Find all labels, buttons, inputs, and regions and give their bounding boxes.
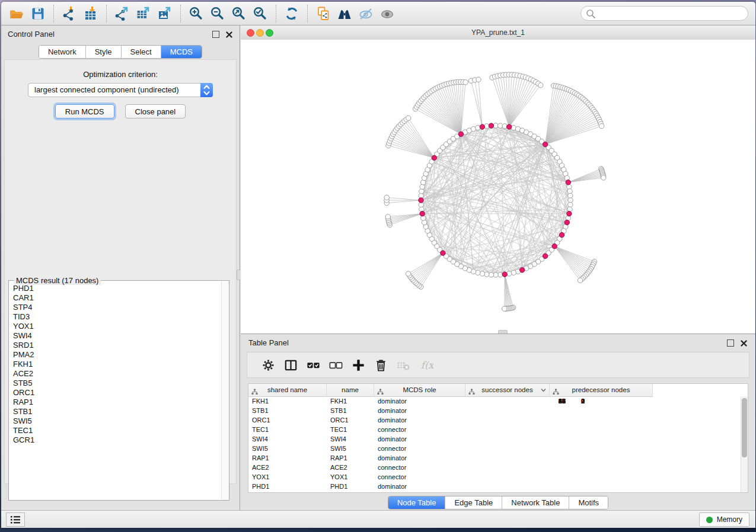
tab-network-table[interactable]: Network Table bbox=[502, 496, 569, 509]
export-table-button[interactable] bbox=[133, 4, 154, 23]
search-input[interactable] bbox=[599, 7, 744, 21]
table-cell: TEC1 bbox=[327, 425, 374, 434]
table-cell: ORC1 bbox=[248, 415, 327, 425]
table-toolbar: f(x) bbox=[247, 352, 749, 378]
mcds-result-item[interactable]: ACE2 bbox=[13, 369, 221, 379]
mcds-result-item[interactable]: ORC1 bbox=[13, 388, 221, 398]
delete-table-icon bbox=[396, 358, 411, 373]
network-graph[interactable] bbox=[241, 40, 755, 334]
select-all-icon bbox=[306, 358, 321, 373]
close-panel-icon[interactable] bbox=[741, 340, 747, 347]
memory-status-dot bbox=[706, 517, 713, 523]
refresh-button[interactable] bbox=[281, 4, 302, 23]
table-cell: connector bbox=[374, 425, 465, 434]
mcds-result-item[interactable]: TEC1 bbox=[13, 426, 221, 435]
import-table-button[interactable] bbox=[80, 4, 101, 23]
table-scrollbar[interactable] bbox=[741, 396, 748, 492]
eye-slash-button[interactable] bbox=[355, 4, 377, 23]
columns-icon bbox=[283, 358, 298, 373]
float-panel-icon[interactable] bbox=[727, 339, 734, 347]
mcds-result-item[interactable]: GCR1 bbox=[13, 435, 221, 445]
table-row[interactable]: PHD1PHD1dominator180 bbox=[248, 482, 741, 491]
mcds-list-scrollbar[interactable] bbox=[221, 281, 229, 499]
table-cell: connector bbox=[374, 472, 465, 482]
mcds-result-item[interactable]: SWI4 bbox=[13, 331, 221, 341]
network-canvas[interactable] bbox=[241, 40, 755, 334]
toolbar-separator bbox=[180, 5, 181, 23]
zoom-selected-button[interactable] bbox=[250, 4, 271, 23]
tab-network[interactable]: Network bbox=[39, 46, 86, 58]
control-panel: Control Panel NetworkStyleSelectMCDS Opt… bbox=[1, 25, 240, 511]
zoom-in-icon bbox=[189, 6, 204, 21]
memory-button[interactable]: Memory bbox=[699, 512, 749, 527]
table-scrollbar-thumb[interactable] bbox=[742, 398, 747, 457]
export-image-button[interactable] bbox=[154, 4, 176, 23]
delete-button[interactable] bbox=[369, 358, 392, 373]
export-network-icon bbox=[114, 6, 130, 21]
mcds-result-item[interactable]: YOX1 bbox=[13, 322, 221, 331]
column-header-predecessor-nodes[interactable]: predecessor nodes bbox=[550, 384, 653, 396]
column-header-successor-nodes[interactable]: successor nodes bbox=[465, 384, 550, 396]
zoom-out-button[interactable] bbox=[207, 4, 228, 23]
close-panel-button[interactable]: Close panel bbox=[125, 104, 186, 118]
close-panel-icon[interactable] bbox=[226, 31, 232, 38]
mcds-result-list[interactable]: PHD1CAR1STP4TID3YOX1SWI4SRD1PMA2FKH1ACE2… bbox=[9, 284, 221, 499]
table-cell: RAP1 bbox=[327, 453, 374, 463]
deselect-all-button[interactable] bbox=[324, 358, 347, 373]
add-button[interactable] bbox=[347, 358, 369, 373]
column-header-name[interactable]: name bbox=[327, 384, 374, 396]
export-network-button[interactable] bbox=[111, 4, 133, 23]
mcds-result-item[interactable]: RAP1 bbox=[13, 398, 221, 407]
tab-node-table[interactable]: Node Table bbox=[388, 496, 446, 509]
table-cell: dominator bbox=[374, 453, 465, 463]
binoculars-button[interactable] bbox=[334, 4, 355, 23]
import-network-icon bbox=[62, 6, 77, 21]
tab-style[interactable]: Style bbox=[86, 46, 122, 58]
network-window-titlebar[interactable]: YPA_prune.txt_1 bbox=[241, 25, 755, 40]
eye-button[interactable] bbox=[377, 4, 398, 23]
mcds-result-item[interactable]: PMA2 bbox=[13, 350, 221, 360]
clone-network-icon bbox=[315, 6, 331, 21]
toolbar-separator bbox=[106, 5, 107, 23]
clone-network-button[interactable] bbox=[312, 4, 334, 23]
run-mcds-button[interactable]: Run MCDS bbox=[55, 104, 114, 118]
tab-select[interactable]: Select bbox=[122, 46, 161, 58]
mcds-result-item[interactable]: TID3 bbox=[13, 312, 221, 322]
table-body: FKH1FKH1dominator962STB1STB1dominator620… bbox=[248, 396, 741, 492]
mcds-result-item[interactable]: SWI5 bbox=[13, 416, 221, 426]
criterion-dropdown[interactable]: largest connected component (undirected) bbox=[28, 83, 213, 97]
mcds-result-item[interactable]: CAR1 bbox=[13, 293, 221, 303]
table-panel-title: Table Panel bbox=[248, 338, 289, 347]
mcds-result-item[interactable]: STB1 bbox=[13, 407, 221, 416]
column-header-MCDS-role[interactable]: MCDS role bbox=[374, 384, 465, 396]
table-cell: SWI5 bbox=[327, 444, 374, 453]
zoom-fit-button[interactable] bbox=[228, 4, 250, 23]
columns-button[interactable] bbox=[279, 358, 302, 373]
mcds-result-item[interactable]: SRD1 bbox=[13, 341, 221, 350]
delete-icon bbox=[374, 358, 388, 373]
select-all-button[interactable] bbox=[302, 358, 324, 373]
import-network-button[interactable] bbox=[59, 4, 80, 23]
mcds-result-item[interactable]: STP4 bbox=[13, 303, 221, 312]
table-cell: SWI4 bbox=[248, 434, 327, 444]
tab-mcds[interactable]: MCDS bbox=[161, 46, 202, 58]
zoom-in-button[interactable] bbox=[186, 4, 207, 23]
mcds-result-item[interactable]: PHD1 bbox=[13, 284, 221, 293]
float-panel-icon[interactable] bbox=[212, 31, 219, 38]
mcds-result-item[interactable]: STB5 bbox=[13, 379, 221, 388]
table-cell: PHD1 bbox=[327, 482, 374, 491]
save-button[interactable] bbox=[27, 4, 49, 23]
column-header-shared-name[interactable]: shared name bbox=[248, 384, 327, 396]
tab-edge-table[interactable]: Edge Table bbox=[445, 496, 502, 509]
tab-motifs[interactable]: Motifs bbox=[569, 496, 608, 509]
zoom-out-icon bbox=[210, 6, 225, 21]
table-cell: STB1 bbox=[248, 406, 327, 415]
mcds-result-item[interactable]: FKH1 bbox=[13, 360, 221, 369]
table-cell: PHD1 bbox=[248, 482, 327, 491]
gear-button[interactable] bbox=[257, 358, 279, 373]
open-button[interactable] bbox=[6, 4, 27, 23]
search-box[interactable] bbox=[580, 6, 748, 21]
tasks-list-button[interactable] bbox=[6, 512, 25, 527]
table-panel-tabs: Node TableEdge TableNetwork TableMotifs bbox=[388, 496, 608, 509]
table-cell: STB1 bbox=[327, 406, 374, 415]
